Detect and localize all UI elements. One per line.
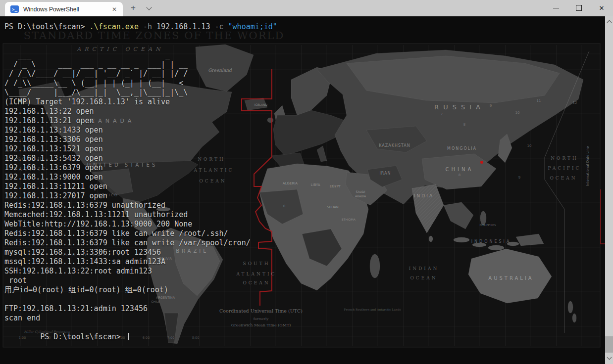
terminal-line: mssql:192.168.1.13:1433:sa admin123A <box>4 257 277 267</box>
svg-text:12: 12 <box>573 101 577 105</box>
tab-windows-powershell[interactable]: >_ Windows PowerShell ✕ <box>5 2 123 16</box>
terminal-line: root <box>4 276 277 285</box>
chevron-up-icon <box>607 20 612 25</box>
svg-text:7:00: 7:00 <box>167 336 175 340</box>
terminal-line: scan end <box>4 314 277 323</box>
scroll-up-button[interactable] <box>605 18 613 26</box>
close-button[interactable]: ✕ <box>590 0 613 16</box>
terminal-line: / /_\\_____\__ \ (__| | | (_| | (__| < <box>4 79 277 88</box>
terminal-output: ___ _ / _ \ ___ ___ _ __ __ _ ___| | __ … <box>4 32 277 323</box>
svg-text:6:00: 6:00 <box>143 336 150 340</box>
svg-text:INDONESIA: INDONESIA <box>471 239 511 244</box>
svg-text:8: 8 <box>459 173 460 177</box>
svg-text:9: 9 <box>490 104 492 108</box>
terminal-line: 用户id=0(root) 组id=0(root) 组=0(root) <box>4 285 277 295</box>
svg-text:ETHIOPIA: ETHIOPIA <box>342 218 356 221</box>
svg-text:11: 11 <box>537 99 541 103</box>
svg-text:INDIA: INDIA <box>414 193 434 198</box>
command-segment: "whoami;id" <box>228 22 277 31</box>
terminal-line: \____/ |___/\___|_| \__,_|\___|_|\_\ <box>4 88 277 97</box>
terminal-line: Redis:192.168.1.13:6379 like can write /… <box>4 229 277 238</box>
scrollbar-track[interactable] <box>605 16 613 364</box>
terminal-line: Redis:192.168.1.13:6379 unauthorized <box>4 201 277 210</box>
svg-text:French Southern and Antarctic: French Southern and Antarctic Lands <box>344 308 401 311</box>
svg-text:NORTH: NORTH <box>551 156 578 161</box>
tab-close-button[interactable]: ✕ <box>110 5 119 14</box>
terminal-line <box>4 32 277 41</box>
svg-text:10: 10 <box>527 144 532 148</box>
terminal-line: ___ _ <box>4 50 277 60</box>
minimize-button[interactable] <box>545 0 567 16</box>
svg-text:RUSSIA: RUSSIA <box>434 103 485 111</box>
scroll-down-button[interactable] <box>605 355 613 363</box>
maximize-icon <box>576 5 582 11</box>
svg-text:OCEAN: OCEAN <box>410 275 437 280</box>
tab-dropdown-button[interactable] <box>142 0 156 16</box>
command-segment: -h <box>143 22 152 31</box>
command-segment: PS D:\tools\fscan> <box>4 22 90 31</box>
terminal-line: SSH:192.168.1.13:22:root admin123 <box>4 267 277 276</box>
command-segment: -c <box>214 22 223 31</box>
svg-text:CHINA: CHINA <box>446 167 474 172</box>
terminal-line: mysql:192.168.1.13:3306:root 123456 <box>4 248 277 257</box>
terminal-line: 192.168.1.13:27017 open <box>4 191 277 201</box>
svg-text:10: 10 <box>515 111 520 115</box>
terminal-content: PS D:\tools\fscan> .\fscan.exe -h 192.16… <box>4 22 277 332</box>
text-cursor <box>128 333 129 340</box>
prompt-text: PS D:\tools\fscan> <box>40 332 125 341</box>
svg-text:PACIFIC: PACIFIC <box>548 166 581 171</box>
svg-text:SAUDI: SAUDI <box>356 190 365 193</box>
svg-text:0: 0 <box>283 204 285 208</box>
svg-text:KAZAKHSTAN: KAZAKHSTAN <box>379 143 410 148</box>
svg-text:8: 8 <box>463 123 465 127</box>
svg-text:INDIAN: INDIAN <box>409 266 439 271</box>
svg-text:LIBYA: LIBYA <box>311 183 320 187</box>
final-prompt-line: PS D:\tools\fscan> <box>4 323 277 332</box>
terminal-line: 192.168.1.13:5432 open <box>4 154 277 163</box>
new-tab-button[interactable]: + <box>126 0 140 16</box>
terminal-line: Memcached:192.168.1.13:11211 unauthorize… <box>4 210 277 220</box>
scrollbar-thumb[interactable] <box>605 336 613 353</box>
close-icon: ✕ <box>590 0 613 16</box>
terminal-line: 192.168.1.13:1433 open <box>4 126 277 135</box>
terminal-line <box>4 295 277 304</box>
svg-text:International Date Line: International Date Line <box>586 146 590 186</box>
terminal-line: 192.168.1.13:21 open <box>4 116 277 126</box>
terminal-line: Redis:192.168.1.13:6379 like can write /… <box>4 238 277 248</box>
svg-text:ARABIA: ARABIA <box>355 194 366 198</box>
terminal-line: / /_\/____/ __|/ __| '__/ _` |/ __| |/ / <box>4 69 277 79</box>
terminal-line: 192.168.1.13:1521 open <box>4 144 277 154</box>
svg-text:EGYPT: EGYPT <box>330 184 341 188</box>
powershell-icon: >_ <box>10 5 19 13</box>
terminal-viewport[interactable]: STANDARD TIME ZONES OF THE WORLDARCTIC O… <box>0 16 613 364</box>
beijing-red-dot <box>480 161 483 164</box>
svg-text:IRAN: IRAN <box>379 171 391 176</box>
tab-title: Windows PowerShell <box>23 6 79 13</box>
svg-text:7: 7 <box>441 112 443 116</box>
maximize-button[interactable] <box>567 0 590 16</box>
terminal-line: FTP:192.168.1.13:21:admin 123456 <box>4 304 277 314</box>
svg-text:AUSTRALIA: AUSTRALIA <box>488 275 533 281</box>
titlebar[interactable]: >_ Windows PowerShell ✕ + ✕ <box>0 0 613 16</box>
terminal-line: 192.168.1.13:3306 open <box>4 135 277 144</box>
svg-text:PHILIPPINES: PHILIPPINES <box>479 224 496 227</box>
svg-text:8:00: 8:00 <box>192 336 200 340</box>
terminal-line: 192.168.1.13:11211 open <box>4 182 277 191</box>
chevron-down-icon <box>607 355 612 360</box>
svg-text:MONGOLIA: MONGOLIA <box>447 146 477 151</box>
minimize-icon <box>553 8 559 8</box>
svg-text:SUDAN: SUDAN <box>327 205 338 209</box>
svg-text:OCEAN: OCEAN <box>550 176 577 181</box>
terminal-line: 192.168.1.13:6379 open <box>4 163 277 173</box>
terminal-line <box>4 41 277 50</box>
terminal-window: >_ Windows PowerShell ✕ + ✕ <box>0 0 613 364</box>
command-segment: 192.168.1.13 <box>152 22 214 31</box>
terminal-line: (ICMP) Target '192.168.1.13' is alive <box>4 97 277 107</box>
svg-text:ALGERIA: ALGERIA <box>283 182 298 185</box>
command-segment <box>139 22 143 31</box>
window-controls: ✕ <box>545 0 613 16</box>
command-segment: .\fscan.exe <box>90 22 139 31</box>
terminal-line: WebTitle:http://192.168.1.13:9000 200 No… <box>4 220 277 229</box>
chevron-down-icon <box>146 4 152 10</box>
svg-text:9: 9 <box>518 176 520 180</box>
